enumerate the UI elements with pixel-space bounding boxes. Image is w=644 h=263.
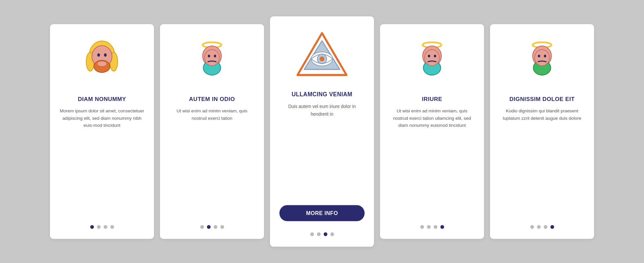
card-3-text: Duis autem vel eum iriure dolor in hendr… (279, 103, 365, 199)
card-5-title: DIGNISSIM DOLOE EIT (509, 96, 575, 103)
card-2-text: Ut wisi enim ad minim veniam, quis nostr… (169, 107, 255, 218)
card-4-dots (420, 225, 444, 229)
svg-point-28 (535, 50, 549, 66)
card-3-dots (310, 232, 334, 236)
card-4-icon (405, 34, 459, 88)
svg-point-5 (104, 53, 107, 57)
card-4-title: IRIURE (422, 96, 442, 103)
dot (97, 225, 101, 229)
dot (310, 232, 314, 236)
card-3: ULLAMCING VENIAM Duis autem vel eum iriu… (270, 16, 374, 247)
card-1-title: DIAM NONUMMY (78, 96, 126, 103)
dot-active (90, 225, 94, 229)
svg-point-13 (214, 55, 216, 57)
svg-point-11 (205, 50, 219, 66)
svg-point-24 (434, 55, 436, 57)
svg-point-23 (428, 55, 430, 57)
dot (214, 225, 217, 229)
card-1-dots (90, 225, 114, 229)
dot (104, 225, 107, 229)
card-3-title: ULLAMCING VENIAM (292, 91, 353, 98)
dot (110, 225, 114, 229)
card-1-text: Morem ipsum dolor sit amet, consectetuer… (59, 107, 145, 218)
card-1-icon (75, 34, 129, 88)
dot-active (207, 225, 211, 229)
card-2-icon (185, 34, 239, 88)
dot (317, 232, 321, 236)
svg-point-7 (97, 61, 107, 66)
dot-active (440, 225, 444, 229)
svg-point-29 (538, 55, 540, 57)
card-5: DIGNISSIM DOLOE EIT Kodio dignissim qui … (490, 24, 594, 239)
card-4: IRIURE Ut wisi enim ad minim veniam, qui… (380, 24, 484, 239)
card-4-text: Ut wisi enim ad minim veniam, quis nostr… (389, 107, 475, 218)
dot (530, 225, 534, 229)
dot-active (324, 232, 327, 236)
dot (330, 232, 334, 236)
cards-container: DIAM NONUMMY Morem ipsum dolor sit amet,… (30, 7, 614, 256)
card-2-title: AUTEM IN ODIO (189, 96, 235, 103)
svg-point-12 (208, 55, 210, 57)
dot (420, 225, 424, 229)
card-3-icon (295, 27, 349, 83)
svg-point-30 (544, 55, 546, 57)
card-1: DIAM NONUMMY Morem ipsum dolor sit amet,… (50, 24, 154, 239)
card-2: AUTEM IN ODIO Ut wisi enim ad minim veni… (160, 24, 264, 239)
more-info-button[interactable]: MORE INFO (279, 205, 365, 221)
dot (537, 225, 541, 229)
card-5-dots (530, 225, 554, 229)
svg-point-18 (320, 56, 324, 61)
card-5-icon (515, 34, 569, 88)
dot (427, 225, 431, 229)
dot (544, 225, 547, 229)
dot (434, 225, 437, 229)
card-2-dots (200, 225, 224, 229)
dot (200, 225, 204, 229)
svg-point-4 (97, 53, 100, 57)
card-5-text: Kodio dignissim qui blandit praesent lup… (499, 107, 585, 218)
dot-active (550, 225, 554, 229)
dot (220, 225, 224, 229)
svg-point-22 (425, 50, 439, 66)
